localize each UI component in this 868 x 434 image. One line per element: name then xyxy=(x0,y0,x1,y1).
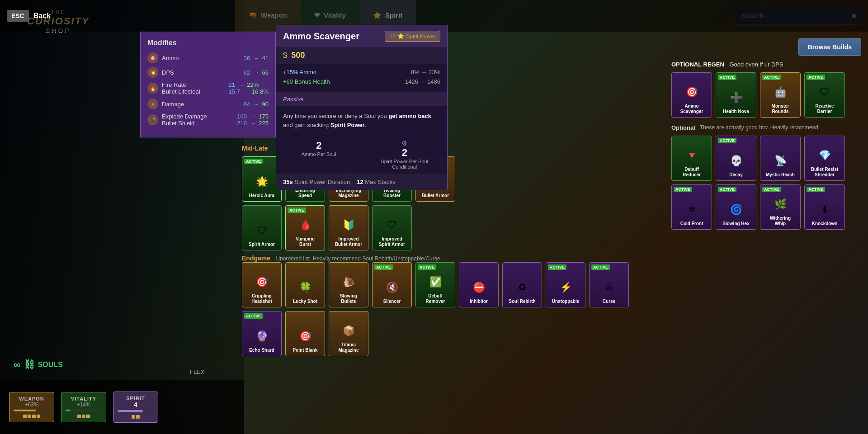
optional-section: Optional These are actually good btw. He… xyxy=(671,124,861,233)
firerate-icon: 🔥 xyxy=(147,83,158,94)
spi-pip2 xyxy=(136,415,140,419)
souls-indicator: ∞ ⛓ SOULS xyxy=(14,359,63,371)
knockdown-active: ACTIVE xyxy=(807,187,825,192)
inhibitor-name: Inhibitor xyxy=(470,299,488,304)
item-titanic-magazine[interactable]: 📦 TitanicMagazine xyxy=(329,311,368,356)
souls-label: SOULS xyxy=(38,361,63,369)
tooltip-stats: +15% Ammo 8% → 23% +60 Bonus Health 1426… xyxy=(276,64,447,92)
back-button[interactable]: Back xyxy=(33,12,51,20)
stat-row-health: +60 Bonus Health 1426 → 1486 xyxy=(283,78,440,85)
item-slowing-bullets[interactable]: 🐌 SlowingBullets xyxy=(329,262,368,307)
regen-title: OPTIONAL REGEN xyxy=(671,61,724,68)
tooltip-counters: 2 Ammo Per Soul ⚙ 2 Spirit Power Per Sou… xyxy=(276,135,447,174)
item-debuff-remover[interactable]: ACTIVE ✅ DebuffRemover xyxy=(415,262,455,307)
cold-front-icon: ❄ xyxy=(680,198,703,221)
knockdown-icon: ⬇ xyxy=(813,198,836,221)
pip3 xyxy=(32,415,36,418)
browse-builds-button[interactable]: Browse Builds xyxy=(798,38,861,56)
item-unstoppable[interactable]: ACTIVE ⚡ Unstoppable xyxy=(546,262,585,307)
item-point-blank[interactable]: 🎯 Point Blank xyxy=(285,311,325,356)
cost-value: 500 xyxy=(291,51,305,60)
regen-monster-rounds[interactable]: ACTIVE 🤖 MonsterRounds xyxy=(760,72,801,118)
vitality-stat-label: VITALITY xyxy=(71,396,96,401)
opt-slowing-hex[interactable]: ACTIVE 🌀 Slowing Hex xyxy=(716,184,756,230)
endgame-row1: 🎯 CripplingHeadshot 🍀 Lucky Shot 🐌 Slowi… xyxy=(242,262,658,307)
tooltip-cost: $ 500 xyxy=(276,47,447,64)
regen-ammo-scavenger[interactable]: 🎯 AmmoScavenger xyxy=(671,72,712,118)
damage-icon: ⚔ xyxy=(147,99,158,109)
mod-row-firerate: 🔥 Fire Rate Bullet Lifesteal 21 → 22% 15… xyxy=(147,81,269,95)
tooltip-title: Ammo Scavenger xyxy=(283,31,359,42)
pip4 xyxy=(37,415,40,418)
mod-ammo-label: Ammo xyxy=(162,55,179,61)
vitality-stat-bar xyxy=(66,410,102,411)
regen-reactive-barrier[interactable]: ACTIVE 🛡 ReactiveBarrier xyxy=(804,72,845,118)
item-soul-rebirth[interactable]: ♻ Soul Rebirth xyxy=(502,262,542,307)
mod-explode-label: Explode Damage xyxy=(162,113,207,120)
opt-withering-whip[interactable]: ACTIVE 🌿 WitheringWhip xyxy=(760,184,801,230)
monster-rounds-icon: 🤖 xyxy=(769,81,792,104)
souls-chain-icon: ⛓ xyxy=(24,359,34,371)
item-improved-bullet-armor[interactable]: 🔰 ImprovedBullet Armor xyxy=(329,205,368,250)
badge-label: Spirit Power xyxy=(406,33,435,39)
withering-whip-active: ACTIVE xyxy=(762,187,781,192)
item-echo-shard[interactable]: ACTIVE 🔮 Echo Shard xyxy=(242,311,282,356)
item-spirit-armor[interactable]: 🛡 Spirit Armor xyxy=(242,205,282,250)
reactive-barrier-active: ACTIVE xyxy=(807,75,825,80)
opt-mystic-reach[interactable]: 📡 Mystic Reach xyxy=(760,136,801,181)
mod-ammo-values: 36 → 41 xyxy=(244,55,269,61)
item-lucky-shot[interactable]: 🍀 Lucky Shot xyxy=(285,262,325,307)
spirit-gear-icon: ⚙ xyxy=(369,140,441,147)
opt-cold-front[interactable]: ACTIVE ❄ Cold Front xyxy=(671,184,712,230)
spirit-stat-box: SPIRIT 4 xyxy=(113,392,158,423)
decay-icon: 💀 xyxy=(725,150,747,172)
silencer-name: Silencer xyxy=(383,299,401,304)
opt-decay[interactable]: ACTIVE 💀 Decay xyxy=(716,136,756,181)
passive-label: Passive xyxy=(283,96,304,103)
spirit-stat-num: 4 xyxy=(134,401,137,408)
curse-icon: ☠ xyxy=(598,276,620,299)
mod-shield-values: 210 → 225 xyxy=(237,120,269,127)
stat-health-name: +60 Bonus Health xyxy=(283,78,330,85)
health-nova-active: ACTIVE xyxy=(718,75,736,80)
regen-health-nova[interactable]: ACTIVE ➕ Health Nova xyxy=(716,72,756,118)
point-blank-name: Point Blank xyxy=(292,348,317,353)
item-improved-spirit-armor[interactable]: 🛡 ImprovedSpirit Armor xyxy=(372,205,412,250)
mystic-reach-icon: 📡 xyxy=(769,150,792,172)
modifies-panel: Modifies 🎯 Ammo 36 → 41 💥 DPS 62 → 66 🔥 … xyxy=(140,32,276,137)
spirit-armor-icon: 🛡 xyxy=(250,219,273,242)
tooltip-desc: Any time you secure or deny a Soul you g… xyxy=(276,106,447,135)
opt-bullet-resist-shredder[interactable]: 💎 Bullet ResistShredder xyxy=(804,136,845,181)
vitality-stat-pct: +14% xyxy=(76,401,90,408)
soul-rebirth-name: Soul Rebirth xyxy=(509,299,535,304)
lucky-shot-icon: 🍀 xyxy=(294,276,316,299)
debuff-reducer-icon: 🔻 xyxy=(680,144,703,167)
item-vampiric-burst[interactable]: ✓ ACTIVE 🩸 VampiricBurst xyxy=(285,205,325,250)
decay-name: Decay xyxy=(729,172,742,178)
cold-front-active: ACTIVE xyxy=(674,187,692,192)
mod-explode-values: 160 → 175 xyxy=(237,113,269,120)
item-inhibitor[interactable]: ⛔ Inhibitor xyxy=(459,262,499,307)
mod-shield-label: Bullet Shield xyxy=(162,120,207,127)
opt-debuff-reducer[interactable]: 🔻 DebuffReducer xyxy=(671,136,712,181)
item-silencer[interactable]: ACTIVE 🔇 Silencer xyxy=(372,262,412,307)
opt-knockdown[interactable]: ACTIVE ⬇ Knockdown xyxy=(804,184,845,230)
item-curse[interactable]: ACTIVE ☠ Curse xyxy=(589,262,629,307)
tooltip-header: Ammo Scavenger +4 ⭐ Spirit Power xyxy=(276,25,447,47)
esc-button[interactable]: ESC xyxy=(7,10,29,22)
reactive-barrier-name: ReactiveBarrier xyxy=(815,104,834,114)
extra-row: ACTIVE 🔮 Echo Shard 🎯 Point Blank 📦 Tita… xyxy=(242,311,658,356)
crippling-headshot-icon: 🎯 xyxy=(250,271,273,293)
currency-icon: $ xyxy=(283,52,287,59)
stat-ammo-name: +15% Ammo xyxy=(283,69,316,75)
stat-health-values: 1426 → 1486 xyxy=(405,78,440,85)
vit-pip1 xyxy=(77,415,81,418)
souls-icon: ∞ xyxy=(14,359,21,371)
stat-row-ammo: +15% Ammo 8% → 23% xyxy=(283,69,440,75)
unstoppable-active: ACTIVE xyxy=(548,264,566,270)
titanic-magazine-icon: 📦 xyxy=(337,320,360,342)
health-nova-icon: ➕ xyxy=(725,86,747,109)
improved-spirit-armor-icon: 🛡 xyxy=(381,214,403,236)
endgame-desc: Unordered list. Heavily recommend Soul R… xyxy=(276,255,441,262)
item-crippling-headshot[interactable]: 🎯 CripplingHeadshot xyxy=(242,262,282,307)
